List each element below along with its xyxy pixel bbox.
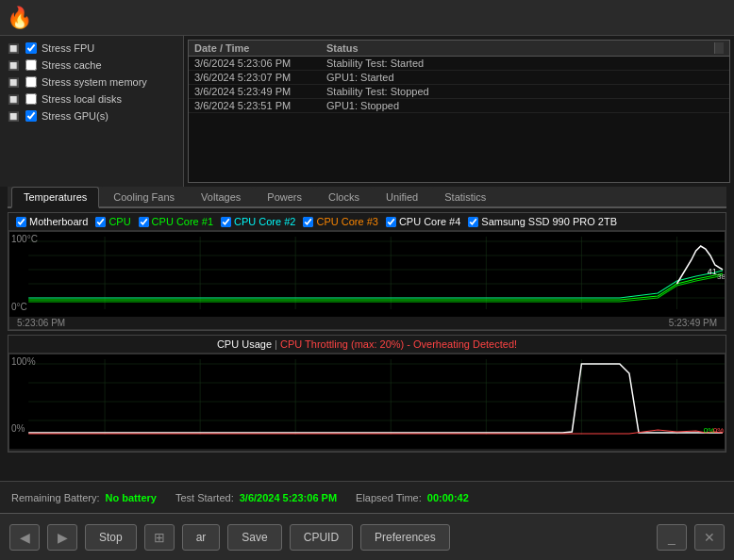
log-date-3: 3/6/2024 5:23:49 PM [194,86,326,97]
sidebar: 🔲 Stress FPU 🔲 Stress cache 🔲 Stress sys… [0,36,184,187]
sidebar-item-stress-gpus[interactable]: 🔲 Stress GPU(s) [6,107,177,124]
stress-disks-label: Stress local disks [42,93,122,105]
log-status-2: GPU1: Started [326,72,724,83]
stress-fpu-label: Stress FPU [42,42,94,54]
tab-cooling-fans[interactable]: Cooling Fans [101,187,187,206]
tab-powers[interactable]: Powers [255,187,314,206]
legend-cpu-core1-label: CPU Core #1 [152,216,213,227]
legend-cpu-core-1[interactable]: CPU Core #1 [139,216,213,227]
tab-clocks[interactable]: Clocks [316,187,372,206]
sidebar-item-stress-memory[interactable]: 🔲 Stress system memory [6,74,177,91]
legend-cpu-label: CPU [108,216,130,227]
minimize-button[interactable]: _ [657,524,687,551]
tab-statistics[interactable]: Statistics [432,187,498,206]
stress-gpus-checkbox[interactable] [25,110,37,122]
legend-motherboard-check[interactable] [16,217,26,227]
forward-button[interactable]: ▶ [47,524,77,551]
upper-section: 🔲 Stress FPU 🔲 Stress cache 🔲 Stress sys… [0,36,734,187]
temp-chart-timestamps: 5:23:06 PM 5:23:49 PM [9,317,725,329]
legend-cpu-core-3[interactable]: CPU Core #3 [303,216,377,227]
battery-status: Remaining Battery: No battery [11,492,157,503]
log-header: Date / Time Status [189,41,729,57]
stress-cache-checkbox[interactable] [25,59,37,71]
tabs-charts-section: Temperatures Cooling Fans Voltages Power… [4,187,730,453]
legend-cpu-core-4[interactable]: CPU Core #4 [386,216,460,227]
tab-unified[interactable]: Unified [374,187,430,206]
stress-gpus-label: Stress GPU(s) [42,110,108,122]
stop-button[interactable]: Stop [85,524,137,551]
log-row-4: 3/6/2024 5:23:51 PM GPU1: Stopped [189,99,729,113]
test-started-value: 3/6/2024 5:23:06 PM [240,492,337,503]
status-bar: Remaining Battery: No battery Test Start… [0,481,734,513]
cpuid-button[interactable]: CPUID [290,524,353,551]
legend-cpu-core2-label: CPU Core #2 [234,216,295,227]
log-panel: Date / Time Status 3/6/2024 5:23:06 PM S… [184,36,734,187]
temp-time-end: 5:23:49 PM [669,318,717,328]
stress-memory-checkbox[interactable] [25,76,37,88]
legend-motherboard[interactable]: Motherboard [16,216,88,227]
cpu-chart-section: CPU Usage | CPU Throttling (max: 20%) - … [8,335,726,453]
battery-value: No battery [106,492,157,503]
legend-cpu-core2-check[interactable] [221,217,231,227]
log-col-status: Status [326,42,714,54]
sidebar-item-stress-fpu[interactable]: 🔲 Stress FPU [6,40,177,57]
legend-cpu-core-2[interactable]: CPU Core #2 [221,216,295,227]
stress-memory-label: Stress system memory [42,76,147,88]
cpu-throttle-label: CPU Throttling (max: 20%) - Overheating … [280,338,517,350]
test-started-label: Test Started: [175,492,234,503]
unknown-button1[interactable]: ⊞ [144,524,175,551]
temp-y-0: 0°C [11,302,27,312]
log-status-3: Stability Test: Stopped [326,86,724,97]
legend-motherboard-label: Motherboard [29,216,88,227]
back-button[interactable]: ◀ [9,524,40,551]
top-bar: 🔥 [0,0,734,36]
temp-legend: Motherboard CPU CPU Core #1 CPU Core #2 … [8,213,726,231]
elapsed-time-status: Elapsed Time: 00:00:42 [356,492,469,503]
fire-icon: 🔥 [7,6,32,30]
cpu-y-100: 100% [11,356,36,367]
cpu-chart-svg: 0% 0% [9,354,725,449]
test-started-status: Test Started: 3/6/2024 5:23:06 PM [175,492,337,503]
tabs-bar: Temperatures Cooling Fans Voltages Power… [8,187,726,208]
cache-icon: 🔲 [6,58,21,73]
clear-button[interactable]: ar [182,524,221,551]
stress-disks-checkbox[interactable] [25,93,37,105]
legend-cpu-check[interactable] [95,217,106,227]
log-scrollbar[interactable] [714,42,724,54]
app-icon: 🔥 [4,2,34,33]
log-row-2: 3/6/2024 5:23:07 PM GPU1: Started [189,71,729,85]
legend-cpu-core4-label: CPU Core #4 [399,216,460,227]
temp-time-start: 5:23:06 PM [17,318,65,328]
legend-cpu-core4-check[interactable] [386,217,396,227]
sidebar-item-stress-disks[interactable]: 🔲 Stress local disks [6,91,177,107]
legend-cpu-core3-check[interactable] [303,217,313,227]
preferences-button[interactable]: Preferences [360,524,450,551]
temp-chart-wrapper: 100°C 0°C [8,231,726,330]
sidebar-item-stress-cache[interactable]: 🔲 Stress cache [6,57,177,74]
legend-cpu[interactable]: CPU [95,216,130,227]
battery-label: Remaining Battery: [11,492,100,503]
stress-fpu-checkbox[interactable] [25,42,37,54]
legend-cpu-core1-check[interactable] [139,217,149,227]
legend-samsung-ssd[interactable]: Samsung SSD 990 PRO 2TB [468,216,617,227]
svg-text:41: 41 [708,267,717,276]
buttons-bar: ◀ ▶ Stop ⊞ ar Save CPUID Preferences _ ✕ [0,513,734,560]
cpu-usage-label: CPU Usage [217,338,272,350]
cpu-chart-title: CPU Usage | CPU Throttling (max: 20%) - … [8,336,726,354]
log-date-4: 3/6/2024 5:23:51 PM [194,100,326,111]
legend-samsung-check[interactable] [468,217,478,227]
close-button[interactable]: ✕ [694,524,725,551]
log-row-1: 3/6/2024 5:23:06 PM Stability Test: Star… [189,57,729,71]
tab-voltages[interactable]: Voltages [189,187,253,206]
tab-temperatures[interactable]: Temperatures [11,187,99,208]
save-button[interactable]: Save [227,524,281,551]
temp-chart-section: Motherboard CPU CPU Core #1 CPU Core #2 … [8,212,726,331]
log-status-4: GPU1: Stopped [326,100,724,111]
legend-cpu-core3-label: CPU Core #3 [316,216,377,227]
log-area: Date / Time Status 3/6/2024 5:23:06 PM S… [188,40,730,183]
stress-cache-label: Stress cache [42,59,102,71]
legend-samsung-label: Samsung SSD 990 PRO 2TB [481,216,617,227]
cpu-chart-wrapper: 100% 0% [8,354,726,452]
temp-chart-svg: 41 38 [9,232,725,317]
svg-text:0%: 0% [713,426,725,435]
